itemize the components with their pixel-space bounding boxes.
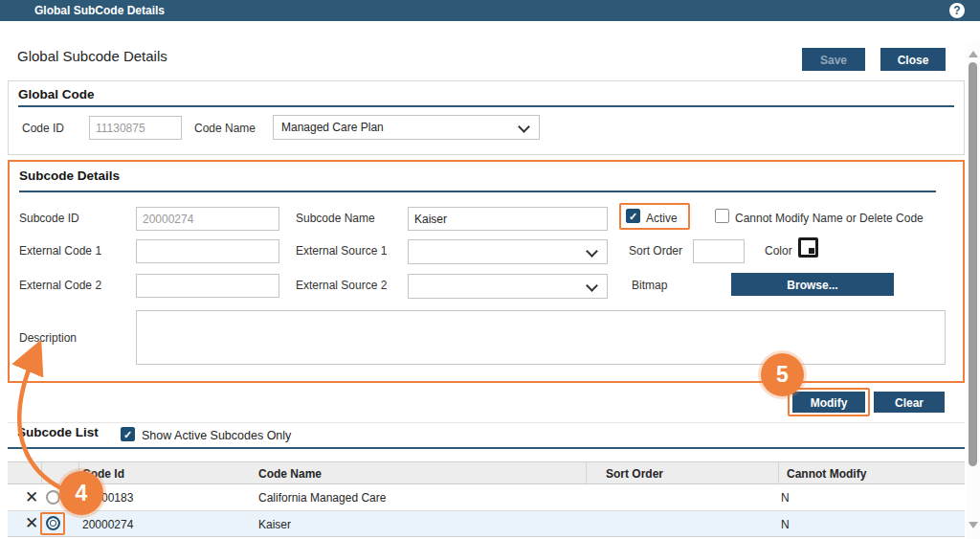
external-code-1-field[interactable]	[136, 239, 279, 263]
active-label: Active	[646, 212, 678, 225]
section-separator	[8, 422, 965, 423]
sort-order-label: Sort Order	[629, 244, 682, 258]
sort-order-field[interactable]	[693, 239, 745, 263]
chevron-down-icon	[586, 280, 598, 292]
show-active-label: Show Active Subcodes Only	[142, 429, 291, 442]
col-cannot-modify: Cannot Modify	[787, 467, 866, 481]
code-id-field	[89, 116, 182, 140]
save-button[interactable]: Save	[802, 48, 865, 71]
chevron-down-icon	[518, 121, 530, 133]
active-checkbox[interactable]: ✓	[626, 209, 640, 223]
subcode-details-title: Subcode Details	[19, 168, 120, 183]
cannot-modify-label: Cannot Modify Name or Delete Code	[735, 212, 924, 225]
external-source-1-label: External Source 1	[296, 244, 387, 258]
cell-code-name: Kaiser	[258, 518, 291, 531]
code-id-label: Code ID	[22, 122, 64, 135]
global-code-section: Global Code Code ID Code Name Managed Ca…	[8, 80, 965, 155]
external-source-2-label: External Source 2	[296, 279, 387, 292]
cannot-modify-checkbox[interactable]	[715, 209, 729, 223]
show-active-checkbox[interactable]: ✓	[121, 427, 135, 441]
code-name-value: Managed Care Plan	[281, 121, 384, 134]
table-row[interactable]: ✕ 20000183 California Managed Care N	[8, 484, 965, 511]
help-icon[interactable]: ?	[949, 3, 965, 18]
bitmap-label: Bitmap	[632, 279, 667, 292]
chevron-down-icon	[586, 245, 598, 258]
window-title: Global SubCode Details	[34, 4, 165, 17]
subcode-list-title: Subcode List	[17, 425, 99, 439]
vertical-scrollbar[interactable]	[967, 43, 980, 539]
description-label: Description	[19, 331, 77, 345]
col-sort-order: Sort Order	[606, 467, 663, 481]
subcode-id-field	[136, 207, 279, 231]
subcode-name-field[interactable]	[408, 207, 608, 231]
table-row-selected[interactable]: ✕ 20000274 Kaiser N	[8, 511, 965, 537]
subcode-table-header: Code Id Code Name Sort Order Cannot Modi…	[8, 461, 965, 484]
color-picker-icon[interactable]	[798, 237, 818, 258]
external-code-1-label: External Code 1	[19, 244, 101, 258]
clear-button[interactable]: Clear	[874, 392, 945, 413]
description-field[interactable]	[136, 310, 946, 365]
step-4-badge: 4	[59, 471, 103, 515]
code-name-select[interactable]: Managed Care Plan	[273, 115, 540, 140]
subcode-name-label: Subcode Name	[296, 212, 375, 225]
external-source-1-select[interactable]	[408, 239, 608, 264]
global-code-divider	[18, 105, 954, 107]
color-label: Color	[765, 244, 792, 258]
step-5-badge: 5	[761, 353, 804, 396]
close-button[interactable]: Close	[880, 48, 946, 71]
window-titlebar: Global SubCode Details ?	[0, 0, 980, 21]
cell-code-name: California Managed Care	[258, 491, 386, 505]
subcode-details-section: Subcode Details Subcode ID Subcode Name …	[8, 160, 965, 383]
scrollbar-thumb[interactable]	[969, 62, 977, 466]
scroll-down-icon[interactable]	[969, 522, 978, 528]
modify-button[interactable]: Modify	[792, 392, 865, 413]
browse-button[interactable]: Browse...	[731, 273, 894, 296]
row-radio[interactable]	[46, 490, 60, 505]
external-code-2-field[interactable]	[136, 274, 279, 298]
scroll-up-icon[interactable]	[969, 51, 978, 57]
page-title: Global Subcode Details	[17, 48, 167, 64]
cell-code-id: 20000274	[82, 518, 133, 531]
subcode-id-label: Subcode ID	[19, 212, 79, 225]
delete-row-icon[interactable]: ✕	[25, 487, 38, 507]
subcode-details-divider	[19, 191, 936, 192]
cell-cannot-modify: N	[781, 518, 790, 531]
external-code-2-label: External Code 2	[19, 279, 101, 292]
global-code-title: Global Code	[18, 87, 95, 101]
delete-row-icon[interactable]: ✕	[25, 513, 38, 533]
row-radio-selected[interactable]	[46, 516, 60, 530]
code-name-label: Code Name	[194, 122, 256, 135]
external-source-2-select[interactable]	[408, 274, 608, 299]
col-code-name: Code Name	[258, 467, 322, 481]
subcode-list-divider	[8, 447, 965, 449]
cell-cannot-modify: N	[781, 491, 790, 505]
